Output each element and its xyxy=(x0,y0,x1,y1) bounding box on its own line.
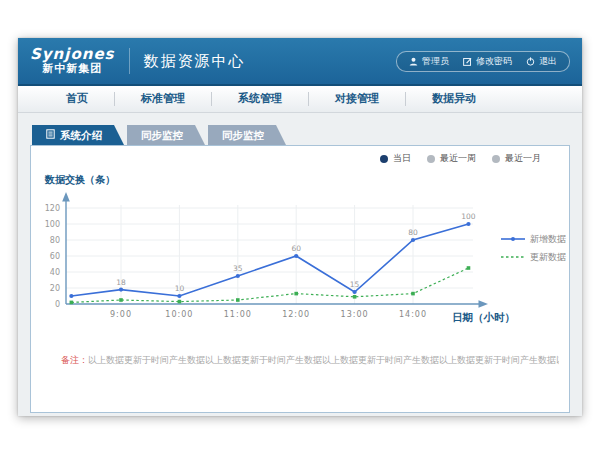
data-point xyxy=(411,238,415,242)
tab-sync-monitor-1[interactable]: 同步监控 xyxy=(127,125,205,145)
data-point xyxy=(177,294,181,298)
y-tick-label: 0 xyxy=(55,300,60,309)
data-point-label: 100 xyxy=(461,212,476,221)
x-tick-label: 14:00 xyxy=(399,310,427,319)
data-point xyxy=(119,288,123,292)
logout-button[interactable]: 退出 xyxy=(526,55,557,68)
y-axis-arrow xyxy=(62,192,70,202)
nav-item-standard-mgmt[interactable]: 标准管理 xyxy=(115,92,212,106)
footnote-prefix: 备注： xyxy=(61,355,88,365)
y-axis-title: 数据交换（条） xyxy=(44,174,115,185)
main-nav: 首页 标准管理 系统管理 对接管理 数据异动 xyxy=(18,86,582,113)
x-tick-label: 9:00 xyxy=(110,310,132,319)
logo-company-name: 新中新集团 xyxy=(42,63,102,75)
edit-icon xyxy=(463,57,472,66)
tab-label: 同步监控 xyxy=(222,125,264,145)
series-line-新增数据 xyxy=(71,224,468,296)
radio-dot xyxy=(427,155,435,163)
x-tick-label: 10:00 xyxy=(165,310,193,319)
radio-label: 最近一月 xyxy=(505,152,541,165)
chart-panel: 当日 最近一周 最近一月 0204060801001209:0010:0011:… xyxy=(30,145,570,413)
data-point-label: 15 xyxy=(350,280,360,289)
radio-last-month[interactable]: 最近一月 xyxy=(492,152,541,165)
radio-dot xyxy=(492,155,500,163)
document-icon xyxy=(46,125,55,145)
user-label: 管理员 xyxy=(422,55,449,68)
radio-today[interactable]: 当日 xyxy=(380,152,411,165)
change-password-label: 修改密码 xyxy=(476,55,512,68)
data-point xyxy=(119,298,123,302)
data-point-label: 18 xyxy=(116,278,126,287)
header-bar: Synjones 新中新集团 数据资源中心 管理员 修改密码 xyxy=(18,38,582,84)
logout-label: 退出 xyxy=(539,55,557,68)
power-icon xyxy=(526,57,535,66)
tab-label: 同步监控 xyxy=(141,125,183,145)
data-point-label: 35 xyxy=(233,264,243,273)
x-axis-title: 日期（小时） xyxy=(452,311,515,324)
data-point xyxy=(353,295,357,299)
y-tick-label: 100 xyxy=(45,220,60,229)
current-user-button[interactable]: 管理员 xyxy=(409,55,449,68)
screenshot-stage: Synjones 新中新集团 数据资源中心 管理员 修改密码 xyxy=(0,0,600,450)
change-password-button[interactable]: 修改密码 xyxy=(463,55,512,68)
tab-bar: 系统介绍 同步监控 同步监控 xyxy=(30,125,570,145)
data-point xyxy=(467,266,471,270)
x-tick-label: 13:00 xyxy=(341,310,369,319)
x-axis-arrow xyxy=(479,300,489,308)
logo-brand-text: Synjones xyxy=(30,47,115,63)
legend-label: 新增数据 xyxy=(530,234,566,244)
nav-item-docking-mgmt[interactable]: 对接管理 xyxy=(309,92,406,106)
data-point xyxy=(466,222,470,226)
app-window: Synjones 新中新集团 数据资源中心 管理员 修改密码 xyxy=(18,38,582,416)
radio-label: 最近一周 xyxy=(440,152,476,165)
content-area: 系统介绍 同步监控 同步监控 当日 最近一周 xyxy=(18,113,582,413)
data-point xyxy=(69,294,73,298)
user-icon xyxy=(409,57,418,66)
data-point xyxy=(70,301,74,305)
data-point xyxy=(353,290,357,294)
app-title: 数据资源中心 xyxy=(144,52,246,71)
x-tick-label: 11:00 xyxy=(224,310,252,319)
data-point-label: 80 xyxy=(408,228,418,237)
tab-sync-monitor-2[interactable]: 同步监控 xyxy=(208,125,286,145)
y-tick-label: 20 xyxy=(50,284,60,293)
time-range-radio-group: 当日 最近一周 最近一月 xyxy=(380,152,541,165)
footnote: 备注：以上数据更新于时间产生数据以上数据更新于时间产生数据以上数据更新于时间产生… xyxy=(61,354,559,367)
y-tick-label: 40 xyxy=(50,268,60,277)
radio-last-week[interactable]: 最近一周 xyxy=(427,152,476,165)
y-tick-label: 120 xyxy=(45,204,60,213)
series-line-更新数据 xyxy=(71,268,468,302)
legend-label: 更新数据 xyxy=(530,252,566,262)
nav-item-data-change[interactable]: 数据异动 xyxy=(406,92,502,106)
data-point xyxy=(411,292,415,296)
y-tick-label: 80 xyxy=(50,236,60,245)
data-point xyxy=(294,292,298,296)
legend-marker xyxy=(511,237,515,241)
x-tick-label: 12:00 xyxy=(282,310,310,319)
data-point xyxy=(236,298,240,302)
data-point xyxy=(178,300,182,304)
radio-dot xyxy=(380,155,388,163)
header-divider xyxy=(129,48,130,74)
footnote-text: 以上数据更新于时间产生数据以上数据更新于时间产生数据以上数据更新于时间产生数据以… xyxy=(88,355,559,365)
data-point-label: 60 xyxy=(291,244,301,253)
y-tick-label: 60 xyxy=(50,252,60,261)
nav-item-home[interactable]: 首页 xyxy=(40,92,115,106)
company-logo: Synjones 新中新集团 xyxy=(30,47,115,74)
nav-item-system-mgmt[interactable]: 系统管理 xyxy=(212,92,309,106)
radio-label: 当日 xyxy=(393,152,411,165)
user-actions-pill: 管理员 修改密码 退出 xyxy=(396,51,570,72)
data-point xyxy=(236,274,240,278)
tab-system-intro[interactable]: 系统介绍 xyxy=(32,125,124,145)
chart-svg: 0204060801001209:0010:0011:0012:0013:001… xyxy=(31,171,570,371)
data-point xyxy=(294,254,298,258)
tab-label: 系统介绍 xyxy=(60,125,102,145)
data-point-label: 10 xyxy=(175,284,185,293)
